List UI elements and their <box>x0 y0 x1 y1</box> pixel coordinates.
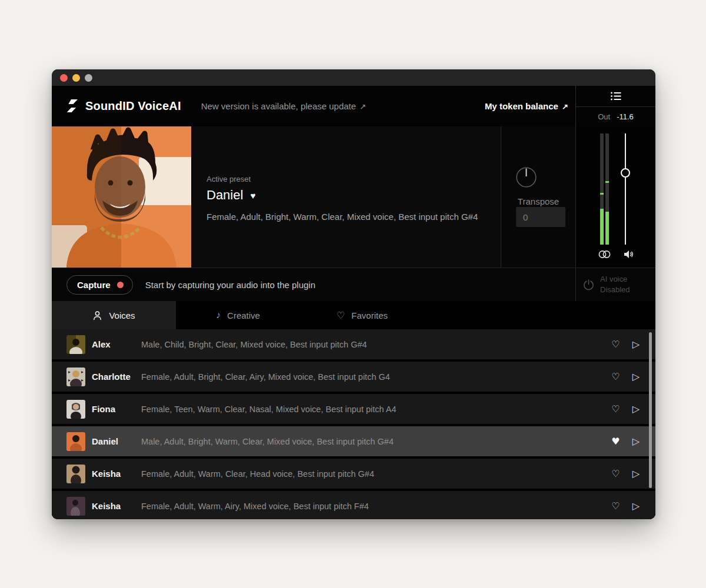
favorite-heart-icon[interactable]: ♡ <box>611 340 620 349</box>
external-link-icon: ↗ <box>562 102 568 111</box>
play-icon[interactable]: ▷ <box>632 437 640 446</box>
output-header-panel: Out -11.6 <box>575 86 655 126</box>
out-label: Out <box>598 112 610 121</box>
avatar <box>66 432 85 451</box>
voice-row-alex[interactable]: Alex Male, Child, Bright, Clear, Mixed v… <box>52 329 655 359</box>
play-icon[interactable]: ▷ <box>632 405 640 414</box>
title-bar <box>52 69 655 86</box>
capture-button[interactable]: Capture <box>66 275 133 295</box>
active-preset-photo <box>52 126 191 268</box>
avatar <box>66 497 85 516</box>
favorite-heart-icon[interactable]: ♡ <box>611 469 620 479</box>
list-scrollbar[interactable] <box>649 332 652 488</box>
tab-bar: Voices ♪ Creative ♡ Favorites <box>52 301 655 329</box>
app-title: SoundID VoiceAI <box>85 99 181 113</box>
output-level-readout: Out -11.6 <box>576 107 655 126</box>
transpose-label: Transpose <box>501 196 575 206</box>
active-preset-name: Daniel <box>207 188 243 203</box>
header-left: SoundID VoiceAI New version is available… <box>52 86 575 126</box>
capture-bar: Capture Start by capturing your audio in… <box>52 268 655 301</box>
active-preset-label: Active preset <box>207 175 501 183</box>
ai-voice-state: Disabled <box>600 285 630 294</box>
play-icon[interactable]: ▷ <box>632 372 640 382</box>
avatar <box>66 335 85 354</box>
heart-outline-icon: ♡ <box>337 310 345 321</box>
header: SoundID VoiceAI New version is available… <box>52 86 655 126</box>
ai-voice-label: AI voice <box>600 275 627 283</box>
play-icon[interactable]: ▷ <box>632 469 640 479</box>
output-meters-panel <box>576 126 655 268</box>
update-notification-link[interactable]: New version is available, please update … <box>201 101 367 111</box>
token-balance-link[interactable]: My token balance ↗ <box>485 101 568 111</box>
level-meter-left <box>600 133 604 245</box>
active-preset-description: Female, Adult, Bright, Warm, Clear, Mixe… <box>207 212 501 222</box>
favorite-heart-icon[interactable]: ♡ <box>611 502 620 511</box>
transpose-knob[interactable] <box>516 167 537 188</box>
out-value: -11.6 <box>617 112 634 121</box>
voice-row-fiona[interactable]: Fiona Female, Teen, Warm, Clear, Nasal, … <box>52 394 655 424</box>
voice-row-daniel[interactable]: Daniel Male, Adult, Bright, Warm, Clear,… <box>52 426 655 456</box>
zoom-window-button[interactable] <box>85 74 92 82</box>
favorite-heart-icon[interactable]: ♡ <box>611 372 620 382</box>
voice-row-charlotte[interactable]: Charlotte Female, Adult, Bright, Clear, … <box>52 362 655 392</box>
level-meter-right <box>605 133 609 245</box>
transpose-value-input[interactable] <box>516 207 565 227</box>
voice-list: Alex Male, Child, Bright, Clear, Mixed v… <box>52 329 655 519</box>
output-fader-handle[interactable] <box>621 168 630 178</box>
list-icon <box>611 92 621 101</box>
favorite-heart-icon[interactable]: ♡ <box>611 405 620 414</box>
tab-voices[interactable]: Voices <box>52 301 176 329</box>
ai-voice-status[interactable]: AI voice Disabled <box>575 268 655 301</box>
play-icon[interactable]: ▷ <box>632 502 640 511</box>
person-icon <box>92 310 102 320</box>
minimize-window-button[interactable] <box>72 74 80 82</box>
avatar <box>66 368 85 386</box>
transpose-panel: Transpose <box>501 126 576 268</box>
close-window-button[interactable] <box>60 74 68 82</box>
favorite-heart-icon-filled[interactable]: ♥ <box>611 437 620 446</box>
output-fader-track[interactable] <box>625 133 626 245</box>
voice-row-keisha-2[interactable]: Keisha Female, Adult, Warm, Airy, Mixed … <box>52 491 655 519</box>
avatar <box>66 465 85 483</box>
capture-hint: Start by capturing your audio into the p… <box>145 280 315 290</box>
main-section: Active preset Daniel ♥ Female, Adult, Br… <box>52 126 655 268</box>
soundid-logo-icon <box>66 99 79 114</box>
play-icon[interactable]: ▷ <box>632 340 640 349</box>
active-preset-panel: Active preset Daniel ♥ Female, Adult, Br… <box>191 126 501 268</box>
external-link-icon: ↗ <box>359 102 366 111</box>
speaker-icon[interactable] <box>624 250 634 259</box>
plugin-window: SoundID VoiceAI New version is available… <box>52 69 655 519</box>
avatar <box>66 400 85 419</box>
tab-creative[interactable]: ♪ Creative <box>176 301 300 329</box>
music-note-icon: ♪ <box>216 310 221 320</box>
favorite-heart-icon[interactable]: ♥ <box>250 191 255 201</box>
output-menu[interactable] <box>576 86 655 107</box>
record-dot-icon <box>117 282 124 288</box>
tab-favorites[interactable]: ♡ Favorites <box>300 301 424 329</box>
stereo-icon[interactable] <box>598 250 611 259</box>
brand: SoundID VoiceAI <box>66 99 181 114</box>
voice-row-keisha-1[interactable]: Keisha Female, Adult, Warm, Clear, Head … <box>52 459 655 489</box>
power-icon <box>583 279 594 290</box>
